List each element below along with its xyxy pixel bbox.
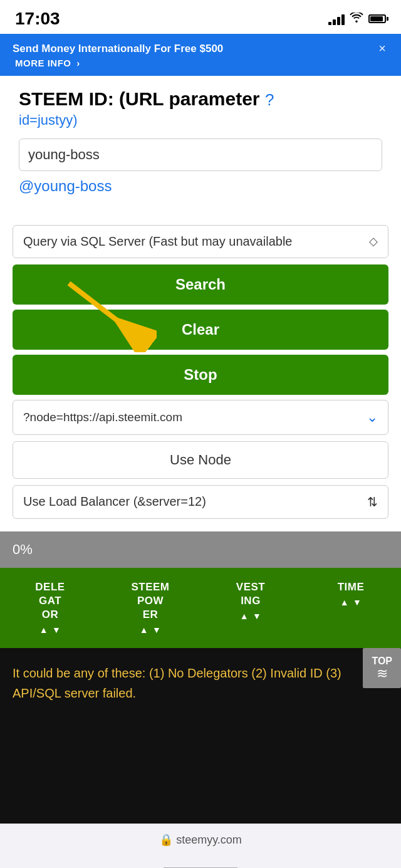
load-balancer-arrows-icon: ⇅ [367,494,378,510]
action-buttons: Search Clear Stop [13,264,388,395]
col-vesting: VESTING ▲ ▼ [200,574,301,642]
username-display: @young-boss [19,177,382,195]
top-arrows-icon: ≋ [372,667,392,681]
top-button[interactable]: TOP ≋ [363,648,401,688]
result-extra-space [0,748,401,824]
ad-banner[interactable]: Send Money Internationally For Free $500… [0,34,401,76]
delegator-sort-desc[interactable]: ▼ [52,624,61,635]
vesting-sort-desc[interactable]: ▼ [253,610,261,622]
signal-icon [328,13,345,25]
time-sort-desc[interactable]: ▼ [353,597,362,608]
help-link[interactable]: ? [265,90,274,109]
delegator-sort-asc[interactable]: ▲ [39,624,48,635]
search-button[interactable]: Search [13,264,388,305]
bottom-bar: 🔒 steemyy.com [0,824,401,855]
table-header: DELEGATOR ▲ ▼ STEEMPOWER ▲ ▼ VESTING ▲ ▼… [0,568,401,648]
main-content: STEEM ID: (URL parameter ? id=justyy) @y… [0,76,401,225]
node-url-label: ?node=https://api.steemit.com [23,410,182,424]
progress-text: 0% [13,541,33,558]
vesting-sort-asc[interactable]: ▲ [240,610,249,622]
page-title: STEEM ID: (URL parameter ? [19,88,382,110]
node-dropdown[interactable]: ?node=https://api.steemit.com ⌄ [13,400,388,435]
ad-more-info[interactable]: MORE INFO › [13,58,223,68]
ad-text: Send Money Internationally For Free $500 [13,41,223,56]
status-icons [328,13,386,26]
steem-id-input[interactable] [19,139,382,171]
col-steem-power: STEEMPOWER ▲ ▼ [100,574,200,642]
time-sort[interactable]: ▲ ▼ [306,597,396,608]
ad-content[interactable]: Send Money Internationally For Free $500… [13,41,223,68]
status-bar: 17:03 [0,0,401,34]
battery-icon [368,14,386,23]
steem-power-sort-asc[interactable]: ▲ [140,624,148,635]
id-param-link[interactable]: id=justyy) [19,112,382,128]
node-chevron-icon: ⌄ [367,409,378,426]
use-node-button[interactable]: Use Node [13,441,388,479]
delegator-sort[interactable]: ▲ ▼ [5,624,95,635]
query-method-dropdown[interactable]: Query via SQL Server (Fast but may unava… [13,225,388,258]
ad-close-button[interactable]: × [376,41,388,56]
clear-button[interactable]: Clear [13,310,388,350]
result-box: It could be any of these: (1) No Delegat… [0,648,401,748]
stop-button[interactable]: Stop [13,355,388,395]
load-balancer-dropdown[interactable]: Use Load Balancer (&server=12) ⇅ [13,485,388,519]
time-sort-asc[interactable]: ▲ [340,597,349,608]
dropdown-arrows-icon: ◇ [369,234,378,248]
col-time: TIME ▲ ▼ [301,574,401,642]
vesting-sort[interactable]: ▲ ▼ [206,610,296,622]
site-url: steemyy.com [176,834,242,846]
query-method-label: Query via SQL Server (Fast but may unava… [23,234,292,249]
col-delegator: DELEGATOR ▲ ▼ [0,574,100,642]
result-message: It could be any of these: (1) No Delegat… [13,663,388,703]
home-indicator [0,855,401,868]
result-wrapper: It could be any of these: (1) No Delegat… [0,648,401,748]
steem-power-sort[interactable]: ▲ ▼ [105,624,195,635]
status-time: 17:03 [15,9,60,29]
query-section: Query via SQL Server (Fast but may unava… [0,225,401,531]
lock-icon: 🔒 [159,834,173,846]
load-balancer-label: Use Load Balancer (&server=12) [23,494,206,509]
progress-bar: 0% [0,531,401,568]
steem-power-sort-desc[interactable]: ▼ [152,624,161,635]
wifi-icon [350,13,363,26]
